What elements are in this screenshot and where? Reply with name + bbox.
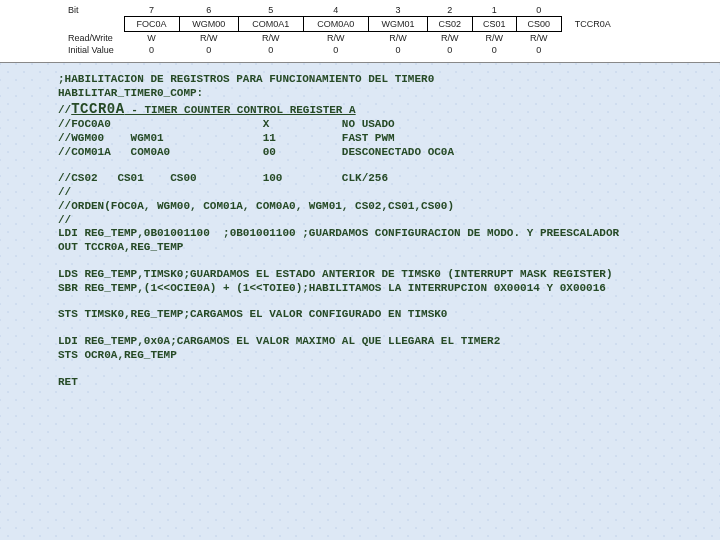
- bit-num: 4: [303, 4, 368, 17]
- code-line: OUT TCCR0A,REG_TEMP: [58, 241, 720, 255]
- code-line: LDS REG_TEMP,TIMSK0;GUARDAMOS EL ESTADO …: [58, 268, 720, 282]
- iv-cell: 0: [428, 44, 472, 56]
- table-row: FOC0A WGM00 COM0A1 COM0A0 WGM01 CS02 CS0…: [64, 17, 624, 32]
- iv-cell: 0: [368, 44, 427, 56]
- rw-cell: R/W: [472, 32, 516, 45]
- code-line: //ORDEN(FOC0A, WGM00, COM01A, COM0A0, WG…: [58, 200, 720, 214]
- code-text: - TIMER COUNTER CONTROL REGISTER A: [125, 104, 356, 116]
- assembly-code-block: ;HABILITACION DE REGISTROS PARA FUNCIONA…: [0, 63, 720, 389]
- register-bit-table: Bit 7 6 5 4 3 2 1 0 FOC0A WGM00 COM0A1 C…: [64, 4, 624, 56]
- bit-name: CS01: [472, 17, 516, 32]
- iv-cell: 0: [303, 44, 368, 56]
- code-line: //TCCR0A - TIMER COUNTER CONTROL REGISTE…: [58, 101, 720, 119]
- code-line: LDI REG_TEMP,0x0A;CARGAMOS EL VALOR MAXI…: [58, 335, 720, 349]
- row-label-bit: Bit: [64, 4, 124, 17]
- code-line: LDI REG_TEMP,0B01001100 ;0B01001100 ;GUA…: [58, 227, 720, 241]
- bit-name: WGM01: [368, 17, 427, 32]
- bit-num: 2: [428, 4, 472, 17]
- register-name: TCCR0A: [561, 17, 624, 32]
- bit-name: COM0A1: [238, 17, 303, 32]
- rw-cell: R/W: [303, 32, 368, 45]
- table-row: Bit 7 6 5 4 3 2 1 0: [64, 4, 624, 17]
- iv-cell: 0: [238, 44, 303, 56]
- register-table-panel: Bit 7 6 5 4 3 2 1 0 FOC0A WGM00 COM0A1 C…: [0, 0, 720, 63]
- code-line: STS OCR0A,REG_TEMP: [58, 349, 720, 363]
- bit-name: CS00: [517, 17, 561, 32]
- rw-cell: R/W: [517, 32, 561, 45]
- code-line: //: [58, 186, 720, 200]
- register-title: TCCR0A: [71, 101, 124, 117]
- bit-num: 0: [517, 4, 561, 17]
- code-line: STS TIMSK0,REG_TEMP;CARGAMOS EL VALOR CO…: [58, 308, 720, 322]
- code-text: //: [58, 104, 71, 116]
- code-line: //: [58, 214, 720, 228]
- rw-cell: R/W: [428, 32, 472, 45]
- rw-cell: R/W: [179, 32, 238, 45]
- iv-cell: 0: [517, 44, 561, 56]
- code-line: SBR REG_TEMP,(1<<OCIE0A) + (1<<TOIE0);HA…: [58, 282, 720, 296]
- rw-cell: R/W: [238, 32, 303, 45]
- code-line: HABILITAR_TIMER0_COMP:: [58, 87, 720, 101]
- iv-cell: 0: [472, 44, 516, 56]
- code-line: //CS02 CS01 CS00 100 CLK/256: [58, 172, 720, 186]
- bit-num: 1: [472, 4, 516, 17]
- table-row: Read/Write W R/W R/W R/W R/W R/W R/W R/W: [64, 32, 624, 45]
- bit-num: 5: [238, 4, 303, 17]
- bit-num: 3: [368, 4, 427, 17]
- iv-cell: 0: [124, 44, 179, 56]
- code-line: ;HABILITACION DE REGISTROS PARA FUNCIONA…: [58, 73, 720, 87]
- bit-num: 7: [124, 4, 179, 17]
- code-line: RET: [58, 376, 720, 390]
- code-line: //COM01A COM0A0 00 DESCONECTADO OC0A: [58, 146, 720, 160]
- iv-cell: 0: [179, 44, 238, 56]
- code-line: //WGM00 WGM01 11 FAST PWM: [58, 132, 720, 146]
- rw-cell: R/W: [368, 32, 427, 45]
- row-label-rw: Read/Write: [64, 32, 124, 45]
- bit-num: 6: [179, 4, 238, 17]
- bit-name: CS02: [428, 17, 472, 32]
- bit-name: COM0A0: [303, 17, 368, 32]
- bit-name: FOC0A: [124, 17, 179, 32]
- bit-name: WGM00: [179, 17, 238, 32]
- table-row: Initial Value 0 0 0 0 0 0 0 0: [64, 44, 624, 56]
- code-line: //FOC0A0 X NO USADO: [58, 118, 720, 132]
- rw-cell: W: [124, 32, 179, 45]
- row-label-iv: Initial Value: [64, 44, 124, 56]
